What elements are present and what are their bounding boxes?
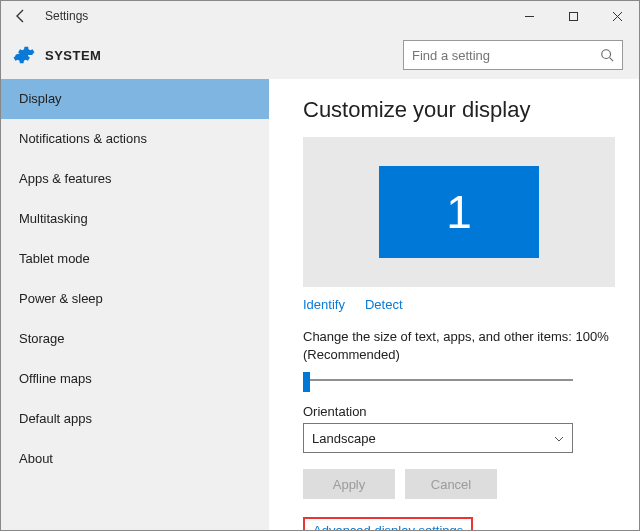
slider-thumb[interactable]: [303, 372, 310, 392]
sidebar: Display Notifications & actions Apps & f…: [1, 79, 269, 530]
maximize-button[interactable]: [551, 1, 595, 31]
sidebar-item-apps[interactable]: Apps & features: [1, 159, 269, 199]
sidebar-item-multitasking[interactable]: Multitasking: [1, 199, 269, 239]
scale-slider[interactable]: [303, 370, 573, 390]
sidebar-item-offline-maps[interactable]: Offline maps: [1, 359, 269, 399]
titlebar: Settings: [1, 1, 639, 31]
sidebar-item-power[interactable]: Power & sleep: [1, 279, 269, 319]
sidebar-item-label: Storage: [19, 331, 65, 346]
sidebar-item-default-apps[interactable]: Default apps: [1, 399, 269, 439]
orientation-value: Landscape: [312, 431, 376, 446]
svg-rect-1: [569, 12, 577, 20]
chevron-down-icon: [554, 432, 564, 444]
svg-line-5: [610, 58, 614, 62]
header: SYSTEM: [1, 31, 639, 79]
back-button[interactable]: [1, 1, 41, 31]
page-heading: Customize your display: [303, 97, 615, 123]
sidebar-item-notifications[interactable]: Notifications & actions: [1, 119, 269, 159]
monitor-1[interactable]: 1: [379, 166, 539, 258]
detect-link[interactable]: Detect: [365, 297, 403, 312]
sidebar-item-label: Multitasking: [19, 211, 88, 226]
orientation-dropdown[interactable]: Landscape: [303, 423, 573, 453]
sidebar-item-label: Display: [19, 91, 62, 106]
cancel-button[interactable]: Cancel: [405, 469, 497, 499]
sidebar-item-storage[interactable]: Storage: [1, 319, 269, 359]
sidebar-item-label: Offline maps: [19, 371, 92, 386]
monitor-preview-area[interactable]: 1: [303, 137, 615, 287]
slider-track: [303, 379, 573, 381]
search-box[interactable]: [403, 40, 623, 70]
sidebar-item-label: Power & sleep: [19, 291, 103, 306]
sidebar-item-about[interactable]: About: [1, 439, 269, 479]
sidebar-item-label: Default apps: [19, 411, 92, 426]
identify-link[interactable]: Identify: [303, 297, 345, 312]
apply-button[interactable]: Apply: [303, 469, 395, 499]
scale-label: Change the size of text, apps, and other…: [303, 328, 615, 364]
sidebar-item-display[interactable]: Display: [1, 79, 269, 119]
window-title: Settings: [41, 9, 88, 23]
sidebar-item-label: About: [19, 451, 53, 466]
system-label: SYSTEM: [45, 48, 101, 63]
advanced-display-settings-link[interactable]: Advanced display settings: [303, 517, 473, 530]
sidebar-item-tablet[interactable]: Tablet mode: [1, 239, 269, 279]
gear-icon: [13, 44, 35, 66]
search-icon: [600, 48, 614, 62]
svg-point-4: [602, 50, 611, 59]
sidebar-item-label: Tablet mode: [19, 251, 90, 266]
content: Customize your display 1 Identify Detect…: [269, 79, 639, 530]
sidebar-item-label: Notifications & actions: [19, 131, 147, 146]
sidebar-item-label: Apps & features: [19, 171, 112, 186]
orientation-label: Orientation: [303, 404, 615, 419]
minimize-button[interactable]: [507, 1, 551, 31]
close-button[interactable]: [595, 1, 639, 31]
search-input[interactable]: [412, 48, 600, 63]
